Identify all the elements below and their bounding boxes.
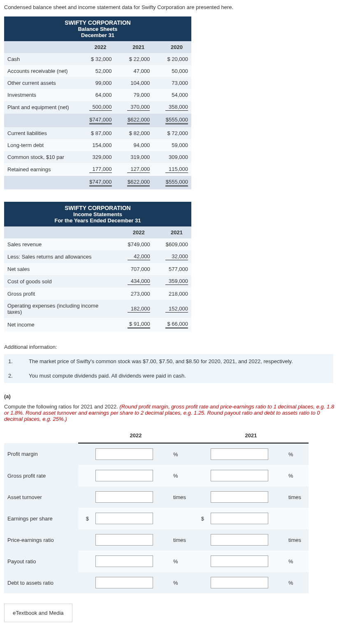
is-row-label: Net income	[4, 318, 115, 331]
is-row-value: 707,000	[124, 263, 153, 275]
row-value: 104,000	[124, 77, 153, 89]
bs-tot2-0: $747,000	[89, 179, 112, 187]
ratio-unit: times	[170, 486, 193, 508]
ratio-prefix	[78, 572, 92, 593]
intro-text: Condensed balance sheet and income state…	[4, 4, 335, 10]
is-row-label: Operating expenses (including income tax…	[4, 300, 115, 318]
ratio-input-2022[interactable]	[95, 513, 153, 524]
is-row-value: 182,000	[124, 300, 153, 318]
is-row-label: Gross profit	[4, 288, 115, 300]
ratio-input-2021[interactable]	[211, 513, 268, 524]
bs-tot1-0: $747,000	[89, 117, 112, 124]
is-row-value: 434,000	[124, 275, 153, 288]
ratio-input-2022[interactable]	[95, 577, 153, 588]
ratio-unit: %	[285, 572, 309, 593]
is-row-label: Net sales	[4, 263, 115, 275]
additional-info-table: 1. The market price of Swifty's common s…	[4, 354, 333, 383]
row-label: Cash	[4, 53, 77, 65]
is-header: SWIFTY CORPORATION Income Statements For…	[4, 202, 191, 226]
ratio-unit: %	[285, 465, 309, 486]
row-value: 358,000	[162, 101, 191, 114]
row-value: 127,000	[124, 163, 153, 176]
ratio-input-2021[interactable]	[211, 448, 268, 460]
ratio-unit: %	[285, 551, 309, 572]
ratio-label: Gross profit rate	[4, 465, 78, 486]
ratio-prefix	[78, 551, 92, 572]
bs-header: SWIFTY CORPORATION Balance Sheets Decemb…	[4, 16, 191, 41]
is-row-value: 273,000	[124, 288, 153, 300]
bs-sub2: December 31	[81, 32, 114, 38]
ratio-unit: %	[170, 551, 193, 572]
ratio-label: Profit margin	[4, 443, 78, 465]
ratio-input-2021[interactable]	[211, 534, 268, 546]
is-yr-2021: 2021	[162, 226, 191, 238]
ratio-prefix	[193, 443, 207, 465]
ratio-input-2021[interactable]	[211, 491, 268, 503]
ratio-prefix	[193, 465, 207, 486]
ratio-label: Price-earnings ratio	[4, 529, 78, 551]
bs-sub1: Balance Sheets	[78, 26, 117, 32]
ratio-prefix: $	[78, 508, 92, 529]
ratio-label: Earnings per share	[4, 508, 78, 529]
is-row-value: 218,000	[162, 288, 191, 300]
bs-tot2-2: $555,000	[165, 179, 188, 187]
row-value: 370,000	[124, 101, 153, 114]
row-value: $ 22,000	[124, 53, 153, 65]
ratio-input-2022[interactable]	[95, 448, 153, 460]
row-value: 47,000	[124, 65, 153, 77]
is-sub2: For the Years Ended December 31	[54, 217, 141, 224]
part-a-label: (a)	[4, 393, 335, 399]
row-label: Current liabilities	[4, 127, 77, 139]
ratio-unit: %	[285, 443, 309, 465]
row-value: $ 20,000	[162, 53, 191, 65]
is-title: SWIFTY CORPORATION	[65, 205, 130, 211]
ratio-unit: times	[285, 529, 309, 551]
ratio-table: 2022 2021 Profit margin%%Gross profit ra…	[4, 428, 309, 593]
ratio-input-2021[interactable]	[211, 555, 268, 567]
row-value: $ 72,000	[162, 127, 191, 139]
ratio-input-2022[interactable]	[95, 470, 153, 481]
instructions: Compute the following ratios for 2021 an…	[4, 404, 335, 422]
ratio-unit	[285, 508, 309, 529]
row-value: 309,000	[162, 151, 191, 163]
row-value: $ 87,000	[86, 127, 115, 139]
etextbook-button[interactable]: eTextbook and Media	[4, 604, 72, 622]
ratio-hdr-2022: 2022	[78, 428, 193, 443]
is-row-value: 42,000	[124, 250, 153, 263]
row-value: 94,000	[124, 139, 153, 151]
row-label: Plant and equipment (net)	[4, 101, 77, 114]
row-value: 64,000	[86, 89, 115, 101]
ratio-unit	[170, 508, 193, 529]
row-value: 500,000	[86, 101, 115, 114]
is-row-value: 577,000	[162, 263, 191, 275]
row-value: 52,000	[86, 65, 115, 77]
ratio-input-2022[interactable]	[95, 491, 153, 503]
is-row-value: $609,000	[162, 238, 191, 250]
info-1-num: 1.	[4, 354, 25, 369]
row-value: 99,000	[86, 77, 115, 89]
is-row-value: $749,000	[124, 238, 153, 250]
ratio-label: Debt to assets ratio	[4, 572, 78, 593]
ratio-input-2022[interactable]	[95, 555, 153, 567]
ratio-label: Asset turnover	[4, 486, 78, 508]
ratio-unit: %	[170, 443, 193, 465]
ratio-unit: %	[170, 572, 193, 593]
row-label: Long-term debt	[4, 139, 77, 151]
additional-info-label: Additional information:	[4, 344, 335, 350]
ratio-prefix: $	[193, 508, 207, 529]
is-row-value: $ 66,000	[162, 318, 191, 331]
ratio-input-2022[interactable]	[95, 534, 153, 546]
is-row-value: 359,000	[162, 275, 191, 288]
ratio-hdr-2021: 2021	[193, 428, 309, 443]
bs-title: SWIFTY CORPORATION	[65, 19, 130, 26]
ratio-input-2021[interactable]	[211, 577, 268, 588]
bs-yr-2021: 2021	[124, 41, 153, 53]
bs-tot1-1: $622,000	[127, 117, 150, 124]
ratio-unit: times	[285, 486, 309, 508]
row-label: Accounts receivable (net)	[4, 65, 77, 77]
info-2-num: 2.	[4, 369, 25, 383]
bs-yr-2020: 2020	[162, 41, 191, 53]
is-row-value: 32,000	[162, 250, 191, 263]
row-label: Retained earnings	[4, 163, 77, 176]
ratio-input-2021[interactable]	[211, 470, 268, 481]
